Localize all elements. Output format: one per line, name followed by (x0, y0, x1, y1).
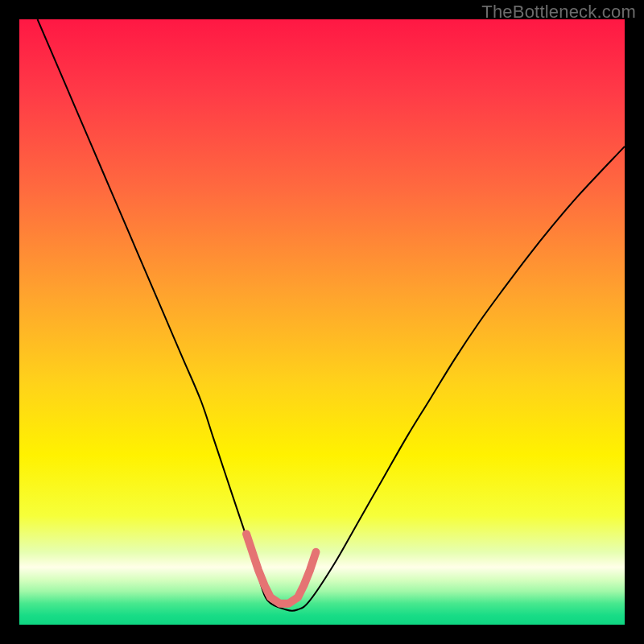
plot-area (19, 19, 625, 625)
watermark-text: TheBottleneck.com (481, 2, 636, 23)
chart-frame: TheBottleneck.com (0, 0, 644, 644)
curve-layer (19, 19, 625, 625)
bottleneck-curve (38, 19, 625, 611)
optimal-marker (246, 534, 316, 603)
